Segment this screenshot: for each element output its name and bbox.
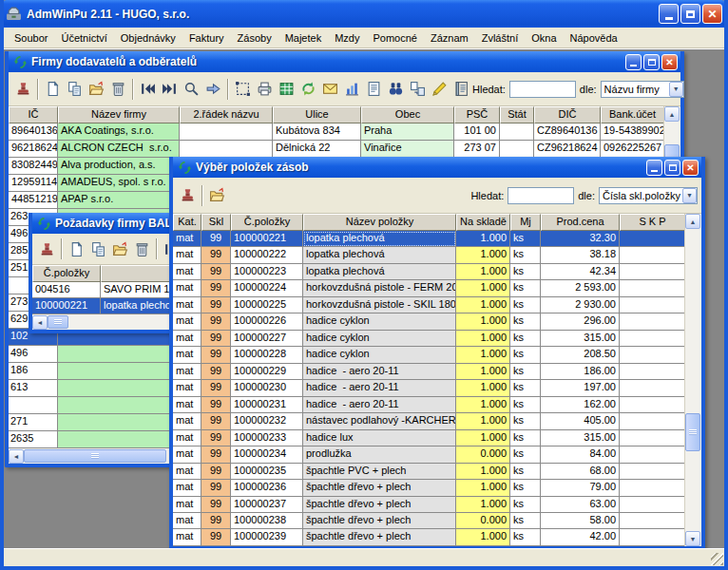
firmy-close-button[interactable] <box>661 54 678 70</box>
firmy-search-input[interactable] <box>509 81 576 98</box>
scroll-down-button[interactable] <box>685 531 700 546</box>
table-row[interactable]: mat99100000236špachtle dřevo + plech1.00… <box>173 480 684 496</box>
firmy-titlebar[interactable]: Firmy dodavatelů a odběratelů <box>9 51 680 72</box>
column-header[interactable]: Skl <box>201 214 231 231</box>
menu-item[interactable]: Majetek <box>278 28 329 48</box>
app-maximize-button[interactable] <box>680 4 700 24</box>
scroll-thumb[interactable] <box>685 413 700 451</box>
menu-item[interactable]: Objednávky <box>114 28 182 48</box>
vyber-vertical-scrollbar[interactable] <box>684 214 701 546</box>
table-row[interactable]: mat99100000225horkovzdušná pistole - SKI… <box>173 297 684 314</box>
delete-icon[interactable] <box>131 238 153 259</box>
select-region-icon[interactable] <box>232 79 254 100</box>
column-header[interactable]: Kat. <box>173 214 201 231</box>
goto-icon[interactable] <box>202 79 224 100</box>
table-row[interactable]: mat99100000229hadice - aero 20-111.000ks… <box>173 364 684 380</box>
table-row[interactable]: mat99100000233hadice lux1.000ks315.00 <box>173 430 684 446</box>
table-row[interactable]: mat99100000231hadice - aero 20-111.000ks… <box>173 397 684 413</box>
vyber-titlebar[interactable]: Výběr položek zásob <box>173 157 701 178</box>
column-header[interactable]: Obec <box>361 106 454 124</box>
refresh-export-icon[interactable] <box>297 79 319 100</box>
table-row[interactable]: mat99100000228hadice cyklon1.000ks208.50 <box>173 347 684 363</box>
column-header[interactable]: S K P <box>620 214 684 231</box>
menu-item[interactable]: Nápověda <box>564 28 624 48</box>
first-record-icon[interactable] <box>137 79 159 100</box>
chevron-down-icon[interactable] <box>669 82 683 97</box>
menu-item[interactable]: Účetnictví <box>54 28 113 48</box>
open-folder-icon[interactable] <box>86 79 107 100</box>
chevron-down-icon[interactable] <box>682 188 697 203</box>
app-close-button[interactable] <box>702 4 722 24</box>
copy-items-icon[interactable] <box>407 79 429 100</box>
firmy-maximize-button[interactable] <box>643 54 660 70</box>
table-row[interactable]: mat99100000237špachtle dřevo + plech1.00… <box>173 497 684 513</box>
table-row[interactable]: mat99100000235špachtle PVC + plech1.000k… <box>173 464 684 480</box>
column-header[interactable]: Mj <box>510 214 541 231</box>
new-document-icon[interactable] <box>42 79 64 100</box>
report-icon[interactable] <box>363 79 385 100</box>
column-header[interactable]: DIČ <box>534 106 601 124</box>
table-row[interactable]: 89640136AKA Coatings, s.r.o.Kubátova 834… <box>9 124 663 141</box>
search-icon[interactable] <box>181 79 202 100</box>
chart-icon[interactable] <box>341 79 363 100</box>
delete-icon[interactable] <box>107 79 129 100</box>
table-row[interactable]: mat99100000238špachtle dřevo + plech0.00… <box>173 513 684 529</box>
table-row[interactable]: mat99100000234prodlužka0.000ks84.00 <box>173 446 684 463</box>
copy-icon[interactable] <box>87 238 109 259</box>
table-row[interactable]: 96218624ALCRON CZECH s.r.o.Dělnická 22Vi… <box>9 141 663 158</box>
column-header[interactable]: Č.položky <box>32 265 101 282</box>
column-header[interactable]: Stát <box>500 106 534 124</box>
open-folder-icon[interactable] <box>206 185 228 206</box>
highlight-pen-icon[interactable] <box>429 79 450 100</box>
table-row[interactable]: mat99100000224horkovzdušná pistole - FER… <box>173 280 684 296</box>
vyber-search-by-dropdown[interactable]: Čísla skl.položky <box>599 187 698 204</box>
app-minimize-button[interactable] <box>659 4 679 24</box>
column-header[interactable]: 2.řádek názvu <box>180 106 273 124</box>
column-header[interactable]: Bank.účet <box>601 106 663 124</box>
menu-item[interactable]: Záznam <box>424 28 475 48</box>
table-row[interactable]: mat99100000221lopatka plechová1.000ks32.… <box>173 231 684 247</box>
new-document-icon[interactable] <box>66 238 87 259</box>
menu-item[interactable]: Mzdy <box>328 28 366 48</box>
firmy-minimize-button[interactable] <box>625 54 642 70</box>
scroll-left-button[interactable] <box>9 449 24 464</box>
vyber-close-button[interactable] <box>682 160 699 176</box>
table-row[interactable]: mat99100000226hadice cyklon1.000ks296.00 <box>173 314 684 330</box>
menu-item[interactable]: Okna <box>525 28 563 48</box>
email-icon[interactable] <box>319 79 341 100</box>
scroll-up-button[interactable] <box>685 214 700 229</box>
menu-item[interactable]: Zásoby <box>231 28 278 48</box>
last-record-icon[interactable] <box>159 79 181 100</box>
table-row[interactable]: mat99100000230hadice - aero 20-111.000ks… <box>173 380 684 396</box>
exit-stamp-icon[interactable] <box>36 238 58 259</box>
scroll-thumb[interactable] <box>24 449 166 463</box>
column-header[interactable]: Ulice <box>273 106 361 124</box>
menu-item[interactable]: Pomocné <box>366 28 423 48</box>
scroll-left-button[interactable] <box>32 315 48 330</box>
resize-grip[interactable] <box>711 553 723 565</box>
column-header[interactable]: Název položky <box>303 214 456 231</box>
binoculars-icon[interactable] <box>385 79 407 100</box>
scroll-up-button[interactable] <box>664 106 680 122</box>
scroll-thumb[interactable] <box>48 315 68 329</box>
column-header[interactable]: Č.položky <box>231 214 303 231</box>
table-row[interactable]: mat99100000227hadice cyklon1.000ks315.00 <box>173 331 684 347</box>
menu-item[interactable]: Soubor <box>8 28 54 48</box>
table-row[interactable]: mat99100000232nástavec podlahový -KARCHE… <box>173 413 684 429</box>
menu-item[interactable]: Faktury <box>182 28 231 48</box>
column-header[interactable]: Prod.cena <box>541 214 620 231</box>
table-row[interactable]: mat99100000222lopatka plechová1.000ks38.… <box>173 247 684 263</box>
vyber-maximize-button[interactable] <box>664 160 680 176</box>
exit-stamp-icon[interactable] <box>12 79 34 100</box>
firmy-search-by-dropdown[interactable]: Názvu firmy <box>601 81 684 98</box>
journal-icon[interactable] <box>450 79 472 100</box>
column-header[interactable]: PSČ <box>454 106 500 124</box>
column-header[interactable]: Na skladě <box>456 214 510 231</box>
column-header[interactable]: IČ <box>9 106 58 124</box>
vyber-minimize-button[interactable] <box>646 160 662 176</box>
menu-item[interactable]: Zvláštní <box>475 28 526 48</box>
excel-export-icon[interactable] <box>276 79 297 100</box>
table-row[interactable]: mat99100000239špachtle dřevo + plech1.00… <box>173 529 684 545</box>
open-folder-icon[interactable] <box>109 238 131 259</box>
exit-stamp-icon[interactable] <box>177 185 199 206</box>
